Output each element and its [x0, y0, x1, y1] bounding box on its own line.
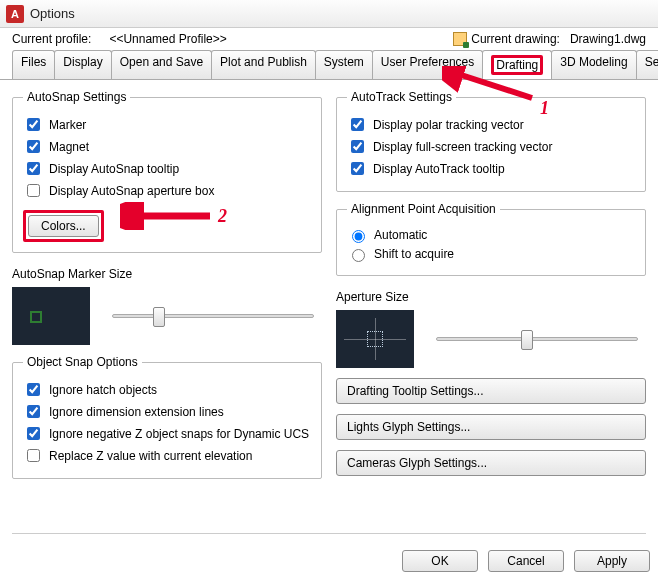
- chk-ignore-hatch[interactable]: Ignore hatch objects: [23, 380, 311, 399]
- aperture-size-label: Aperture Size: [336, 290, 646, 304]
- chk-ignore-dimext[interactable]: Ignore dimension extension lines: [23, 402, 311, 421]
- chk-magnet[interactable]: Magnet: [23, 137, 311, 156]
- lights-glyph-settings-button[interactable]: Lights Glyph Settings...: [336, 414, 646, 440]
- chk-autosnap-aperture[interactable]: Display AutoSnap aperture box: [23, 181, 311, 200]
- osnap-group: Object Snap Options Ignore hatch objects…: [12, 355, 322, 479]
- marker-preview: [12, 287, 90, 345]
- aperture-preview: [336, 310, 414, 368]
- cameras-glyph-settings-button[interactable]: Cameras Glyph Settings...: [336, 450, 646, 476]
- osnap-legend: Object Snap Options: [23, 355, 142, 369]
- marker-size-group: AutoSnap Marker Size: [12, 263, 322, 345]
- tab-3d-modeling[interactable]: 3D Modeling: [551, 50, 636, 79]
- tab-display[interactable]: Display: [54, 50, 111, 79]
- ok-button[interactable]: OK: [402, 550, 478, 572]
- chk-ignore-negz[interactable]: Ignore negative Z object snaps for Dynam…: [23, 424, 311, 443]
- rad-shift[interactable]: Shift to acquire: [347, 246, 635, 262]
- dialog-footer: OK Cancel Apply: [402, 550, 650, 572]
- colors-button[interactable]: Colors...: [28, 215, 99, 237]
- aperture-size-slider[interactable]: [436, 337, 638, 341]
- current-drawing-label: Current drawing:: [471, 32, 560, 46]
- tab-strip: FilesDisplayOpen and SavePlot and Publis…: [0, 50, 658, 80]
- marker-size-label: AutoSnap Marker Size: [12, 267, 322, 281]
- chk-autosnap-tooltip[interactable]: Display AutoSnap tooltip: [23, 159, 311, 178]
- tab-selection[interactable]: Selection: [636, 50, 658, 79]
- profile-row: Current profile: <<Unnamed Profile>> Cur…: [0, 28, 658, 50]
- marker-size-slider[interactable]: [112, 314, 314, 318]
- tab-system[interactable]: System: [315, 50, 373, 79]
- current-profile-label: Current profile:: [12, 32, 91, 46]
- chk-polar-vector[interactable]: Display polar tracking vector: [347, 115, 635, 134]
- colors-highlight: Colors...: [23, 210, 104, 242]
- tab-user-preferences[interactable]: User Preferences: [372, 50, 483, 79]
- chk-autotrack-tooltip[interactable]: Display AutoTrack tooltip: [347, 159, 635, 178]
- tab-plot-and-publish[interactable]: Plot and Publish: [211, 50, 316, 79]
- title-bar: A Options: [0, 0, 658, 28]
- drafting-tooltip-settings-button[interactable]: Drafting Tooltip Settings...: [336, 378, 646, 404]
- current-profile-value: <<Unnamed Profile>>: [109, 32, 226, 46]
- annotation-number-2: 2: [218, 206, 227, 227]
- cancel-button[interactable]: Cancel: [488, 550, 564, 572]
- annotation-number-1: 1: [540, 98, 549, 119]
- chk-marker[interactable]: Marker: [23, 115, 311, 134]
- alignment-group: Alignment Point Acquisition Automatic Sh…: [336, 202, 646, 276]
- autotrack-group: AutoTrack Settings Display polar trackin…: [336, 90, 646, 192]
- tab-files[interactable]: Files: [12, 50, 55, 79]
- window-title: Options: [30, 6, 75, 21]
- app-icon: A: [6, 5, 24, 23]
- chk-replace-z[interactable]: Replace Z value with current elevation: [23, 446, 311, 465]
- tab-open-and-save[interactable]: Open and Save: [111, 50, 212, 79]
- alignment-legend: Alignment Point Acquisition: [347, 202, 500, 216]
- aperture-size-group: Aperture Size: [336, 286, 646, 368]
- chk-fullscreen-vector[interactable]: Display full-screen tracking vector: [347, 137, 635, 156]
- current-drawing-value: Drawing1.dwg: [570, 32, 646, 46]
- tab-drafting[interactable]: Drafting: [482, 50, 552, 79]
- autosnap-legend: AutoSnap Settings: [23, 90, 130, 104]
- autotrack-legend: AutoTrack Settings: [347, 90, 456, 104]
- autosnap-group: AutoSnap Settings Marker Magnet Display …: [12, 90, 322, 253]
- rad-automatic[interactable]: Automatic: [347, 227, 635, 243]
- drawing-icon: [453, 32, 467, 46]
- apply-button[interactable]: Apply: [574, 550, 650, 572]
